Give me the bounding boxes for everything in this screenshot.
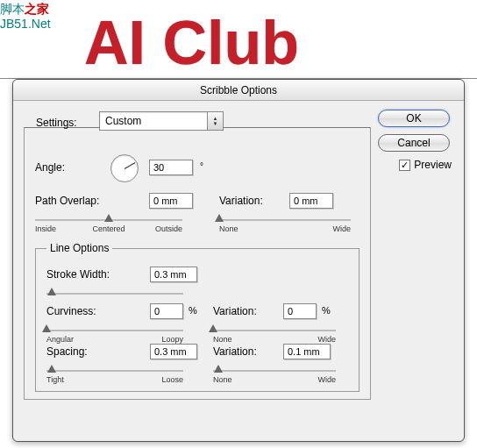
curv-variation-pct: % [322, 305, 331, 316]
tick-tight: Tight [46, 375, 64, 384]
cancel-button[interactable]: Cancel [378, 134, 450, 152]
tick-none: None [219, 224, 238, 233]
tick-sv-none: None [213, 375, 232, 384]
settings-select[interactable]: Custom ▲▼ [99, 111, 224, 131]
curviness-label: Curviness: [46, 305, 96, 317]
preview-checkbox[interactable]: ✓ [399, 160, 410, 171]
path-overlap-label: Path Overlap: [35, 195, 99, 207]
angle-input[interactable] [149, 160, 193, 175]
spacing-variation-label: Variation: [213, 345, 257, 358]
tick-cv-none: None [213, 335, 232, 344]
tick-cv-wide: Wide [317, 335, 336, 344]
line-options-legend: Line Options [46, 242, 112, 254]
stroke-width-row: Stroke Width: [46, 267, 348, 303]
stroke-width-slider[interactable] [46, 286, 183, 303]
tick-angular: Angular [46, 335, 74, 344]
dropdown-arrows-icon: ▲▼ [207, 112, 223, 130]
artwork-text: AI Club [84, 12, 299, 74]
tick-wide: Wide [332, 224, 351, 233]
main-fieldset: Angle: ° Path Overlap: Inside Centered O… [24, 127, 371, 400]
degree-symbol: ° [200, 161, 203, 171]
path-overlap-row: Path Overlap: Inside Centered Outside Va… [35, 193, 360, 233]
stroke-width-input[interactable] [150, 267, 197, 282]
dialog-title: Scribble Options [13, 80, 464, 101]
curviness-input[interactable] [150, 303, 183, 319]
watermark: 脚本之家 JB51.Net [0, 2, 51, 32]
line-options-fieldset: Line Options Stroke Width: Curviness: % [35, 242, 360, 392]
spacing-variation-input[interactable] [283, 344, 331, 359]
watermark-part-b: 之家 [25, 2, 49, 16]
curviness-pct: % [189, 305, 197, 316]
tick-inside: Inside [35, 224, 56, 233]
spacing-label: Spacing: [46, 345, 88, 358]
watermark-part-a: 脚本 [0, 2, 25, 16]
tick-loopy: Loopy [161, 335, 183, 344]
angle-row: Angle: ° [35, 160, 360, 193]
curviness-row: Curviness: % Angular Loopy Variation: % [46, 303, 348, 344]
curv-variation-slider[interactable]: None Wide [213, 323, 336, 340]
preview-label: Preview [414, 159, 452, 171]
path-overlap-slider[interactable]: Inside Centered Outside [35, 212, 182, 230]
curviness-slider[interactable]: Angular Loopy [46, 323, 183, 340]
path-overlap-input[interactable] [149, 193, 193, 209]
scribble-options-dialog: Scribble Options Settings: Custom ▲▼ Ang… [12, 79, 465, 442]
path-variation-label: Variation: [219, 195, 263, 207]
spacing-input[interactable] [150, 344, 197, 359]
path-variation-input[interactable] [289, 193, 333, 209]
tick-centered: Centered [92, 224, 125, 233]
dialog-button-column: OK Cancel ✓ Preview [378, 110, 453, 171]
spacing-row: Spacing: Tight Loose Variation: [46, 344, 348, 384]
stroke-width-label: Stroke Width: [46, 268, 110, 281]
ok-button[interactable]: OK [378, 110, 450, 127]
settings-label: Settings: [36, 117, 77, 129]
spacing-variation-slider[interactable]: None Wide [213, 363, 336, 380]
spacing-slider[interactable]: Tight Loose [46, 363, 183, 380]
settings-value: Custom [100, 115, 207, 127]
curv-variation-label: Variation: [213, 305, 257, 317]
tick-sv-wide: Wide [317, 375, 336, 384]
angle-dial[interactable] [110, 154, 139, 182]
curv-variation-input[interactable] [283, 303, 317, 319]
settings-row: Settings: Custom ▲▼ [24, 111, 371, 139]
path-variation-slider[interactable]: None Wide [219, 212, 351, 230]
watermark-part-c: JB51.Net [0, 17, 51, 31]
angle-label: Angle: [35, 161, 65, 174]
tick-loose: Loose [161, 375, 183, 384]
tick-outside: Outside [155, 224, 182, 233]
